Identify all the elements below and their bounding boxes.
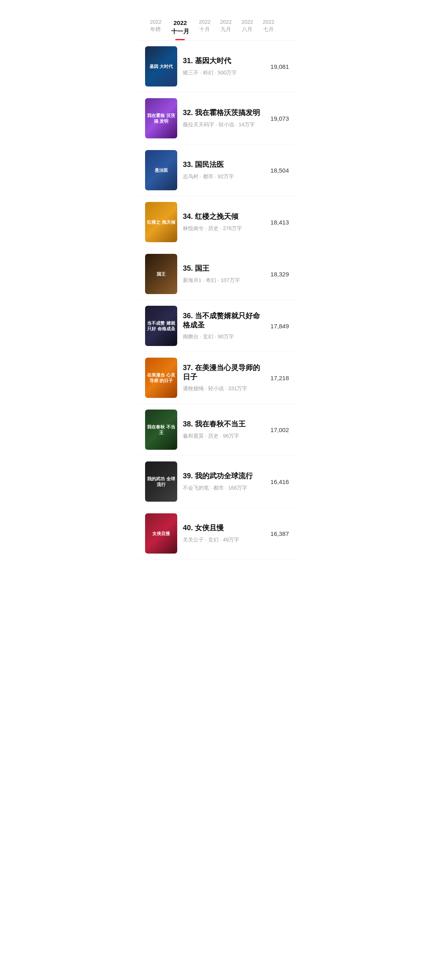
book-meta: 薇拉天天码字 · 轻小说 · 14万字 bbox=[183, 121, 265, 128]
book-meta: 新海月1 · 奇幻 · 107万字 bbox=[183, 277, 265, 284]
book-title: 36. 当不成赘婿就只好命格成圣 bbox=[183, 311, 265, 330]
book-score: 17,218 bbox=[270, 375, 289, 381]
book-cover: 红楼之 挽天倾 bbox=[145, 202, 177, 242]
book-title: 39. 我的武功全球流行 bbox=[183, 471, 265, 481]
cover-image: 悬法医 bbox=[145, 150, 177, 190]
book-info: 35. 国王 新海月1 · 奇幻 · 107万字 bbox=[183, 264, 265, 284]
book-score: 17,002 bbox=[270, 426, 289, 433]
cover-image: 红楼之 挽天倾 bbox=[145, 202, 177, 242]
book-info: 38. 我在春秋不当王 羲和晨昊 · 历史 · 96万字 bbox=[183, 420, 265, 439]
book-cover: 我在霍格 沃茨搞 发明 bbox=[145, 98, 177, 138]
book-info: 31. 基因大时代 猪三不 · 科幻 · 500万字 bbox=[183, 56, 265, 76]
tab-jul[interactable]: 2022 七月 bbox=[258, 16, 279, 40]
book-cover: 我在春秋 不当王 bbox=[145, 410, 177, 450]
book-title: 31. 基因大时代 bbox=[183, 56, 265, 66]
book-meta: 猪三不 · 科幻 · 500万字 bbox=[183, 69, 265, 76]
book-score: 18,504 bbox=[270, 167, 289, 174]
book-title: 34. 红楼之挽天倾 bbox=[183, 212, 265, 221]
list-item[interactable]: 我的武功 全球流行 39. 我的武功全球流行 不会飞的笔 · 都市 · 166万… bbox=[139, 456, 295, 508]
book-cover: 女侠且慢 bbox=[145, 513, 177, 554]
book-info: 39. 我的武功全球流行 不会飞的笔 · 都市 · 166万字 bbox=[183, 471, 265, 491]
list-item[interactable]: 悬法医 33. 国民法医 志鸟村 · 都市 · 92万字 18,504 bbox=[139, 144, 295, 196]
book-score: 17,849 bbox=[270, 323, 289, 329]
book-score: 16,387 bbox=[270, 530, 289, 537]
book-title: 33. 国民法医 bbox=[183, 160, 265, 169]
book-info: 36. 当不成赘婿就只好命格成圣 南瞻台 · 玄幻 · 90万字 bbox=[183, 311, 265, 341]
book-cover: 在美漫当 心灵导师 的日子 bbox=[145, 358, 177, 398]
list-item[interactable]: 当不成赘 婿就只好 命格成圣 36. 当不成赘婿就只好命格成圣 南瞻台 · 玄幻… bbox=[139, 300, 295, 352]
book-title: 35. 国王 bbox=[183, 264, 265, 273]
book-info: 34. 红楼之挽天倾 林悦南兮 · 历史 · 276万字 bbox=[183, 212, 265, 232]
book-cover: 当不成赘 婿就只好 命格成圣 bbox=[145, 306, 177, 346]
book-info: 33. 国民法医 志鸟村 · 都市 · 92万字 bbox=[183, 160, 265, 180]
tab-oct[interactable]: 2022 十月 bbox=[194, 16, 215, 40]
list-item[interactable]: 基因 大时代 31. 基因大时代 猪三不 · 科幻 · 500万字 19,081 bbox=[139, 41, 295, 93]
book-info: 40. 女侠且慢 关关公子 · 玄幻 · 49万字 bbox=[183, 523, 265, 543]
book-score: 19,081 bbox=[270, 63, 289, 70]
book-score: 18,413 bbox=[270, 219, 289, 226]
header bbox=[139, 0, 295, 13]
cover-image: 我在春秋 不当王 bbox=[145, 410, 177, 450]
book-score: 19,073 bbox=[270, 115, 289, 122]
cover-image: 女侠且慢 bbox=[145, 513, 177, 554]
cover-image: 当不成赘 婿就只好 命格成圣 bbox=[145, 306, 177, 346]
book-meta: 遇牧烧绳 · 轻小说 · 331万字 bbox=[183, 385, 265, 392]
book-meta: 志鸟村 · 都市 · 92万字 bbox=[183, 173, 265, 180]
list-item[interactable]: 我在霍格 沃茨搞 发明 32. 我在霍格沃茨搞发明 薇拉天天码字 · 轻小说 ·… bbox=[139, 93, 295, 144]
tab-yearly[interactable]: 2022 年榜 bbox=[145, 16, 166, 40]
book-meta: 关关公子 · 玄幻 · 49万字 bbox=[183, 536, 265, 544]
book-info: 37. 在美漫当心灵导师的日子 遇牧烧绳 · 轻小说 · 331万字 bbox=[183, 363, 265, 393]
book-meta: 不会飞的笔 · 都市 · 166万字 bbox=[183, 484, 265, 492]
book-title: 37. 在美漫当心灵导师的日子 bbox=[183, 363, 265, 382]
list-item[interactable]: 女侠且慢 40. 女侠且慢 关关公子 · 玄幻 · 49万字 16,387 bbox=[139, 508, 295, 560]
book-meta: 南瞻台 · 玄幻 · 90万字 bbox=[183, 333, 265, 340]
book-meta: 林悦南兮 · 历史 · 276万字 bbox=[183, 225, 265, 232]
book-meta: 羲和晨昊 · 历史 · 96万字 bbox=[183, 432, 265, 440]
book-cover: 基因 大时代 bbox=[145, 46, 177, 86]
cover-image: 基因 大时代 bbox=[145, 46, 177, 86]
book-info: 32. 我在霍格沃茨搞发明 薇拉天天码字 · 轻小说 · 14万字 bbox=[183, 108, 265, 128]
list-item[interactable]: 国王 35. 国王 新海月1 · 奇幻 · 107万字 18,329 bbox=[139, 248, 295, 300]
book-cover: 我的武功 全球流行 bbox=[145, 461, 177, 502]
book-title: 32. 我在霍格沃茨搞发明 bbox=[183, 108, 265, 117]
list-item[interactable]: 红楼之 挽天倾 34. 红楼之挽天倾 林悦南兮 · 历史 · 276万字 18,… bbox=[139, 196, 295, 248]
book-cover: 国王 bbox=[145, 254, 177, 294]
cover-image: 我在霍格 沃茨搞 发明 bbox=[145, 98, 177, 138]
tab-sep[interactable]: 2022 九月 bbox=[215, 16, 237, 40]
book-cover: 悬法医 bbox=[145, 150, 177, 190]
book-title: 40. 女侠且慢 bbox=[183, 523, 265, 533]
cover-image: 国王 bbox=[145, 254, 177, 294]
book-score: 18,329 bbox=[270, 271, 289, 278]
book-list: 基因 大时代 31. 基因大时代 猪三不 · 科幻 · 500万字 19,081… bbox=[139, 41, 295, 560]
cover-image: 我的武功 全球流行 bbox=[145, 461, 177, 502]
book-title: 38. 我在春秋不当王 bbox=[183, 420, 265, 429]
list-item[interactable]: 我在春秋 不当王 38. 我在春秋不当王 羲和晨昊 · 历史 · 96万字 17… bbox=[139, 404, 295, 456]
tab-aug[interactable]: 2022 八月 bbox=[237, 16, 258, 40]
cover-image: 在美漫当 心灵导师 的日子 bbox=[145, 358, 177, 398]
book-score: 16,416 bbox=[270, 478, 289, 485]
tabs-bar: 2022 年榜2022 十一月2022 十月2022 九月2022 八月2022… bbox=[139, 13, 295, 41]
list-item[interactable]: 在美漫当 心灵导师 的日子 37. 在美漫当心灵导师的日子 遇牧烧绳 · 轻小说… bbox=[139, 352, 295, 404]
tab-nov[interactable]: 2022 十一月 bbox=[166, 16, 194, 40]
